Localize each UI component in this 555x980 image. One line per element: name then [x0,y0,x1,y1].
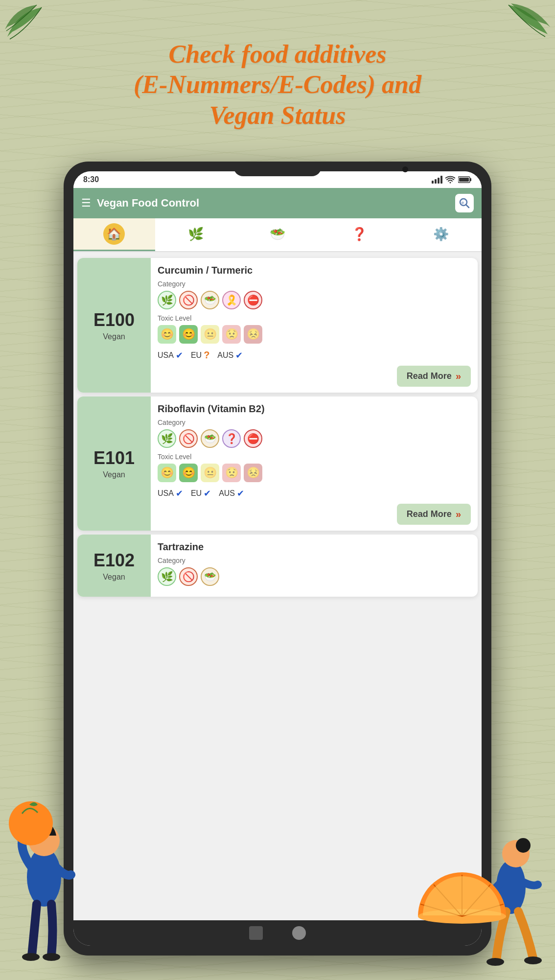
toxic-label-e101: Toxic Level [158,453,471,461]
tab-home[interactable]: 🏠 [73,218,155,251]
tab-vegan[interactable]: 🌿 [155,218,237,251]
svg-rect-6 [459,178,469,182]
back-button[interactable] [249,926,263,940]
category-label-e100: Category [158,280,471,288]
signal-icon [432,176,442,184]
usa-check-e100: ✔ [176,350,183,361]
food-card-e100: E100 Vegan Curcumin / Turmeric Category … [77,258,478,393]
region-row-e101: USA ✔ EU ✔ AUS ✔ [158,488,471,499]
navigation-tabs: 🏠 🌿 🥗 ❓ ⚙️ [73,218,482,252]
cat-vegan-e101: 🌿 [158,429,176,448]
svg-rect-5 [470,178,471,181]
svg-rect-1 [435,179,437,184]
toxic-1-e101: 😊 [158,464,176,482]
wifi-icon [445,176,455,184]
app-header: ☰ Vegan Food Control e [73,188,482,218]
region-usa-e100: USA ✔ [158,350,183,361]
e-code-e101: E101 [93,448,135,468]
search-icon: e [459,198,470,209]
svg-line-8 [466,205,469,208]
arrows-icon-e100: » [456,371,461,382]
cat-gmo: 🚫 [179,291,198,309]
read-more-e101[interactable]: Read More » [397,504,471,525]
cat-vegan-e102: 🌿 [158,567,176,586]
tab-quiz[interactable]: ❓ [318,218,400,251]
tab-food[interactable]: 🥗 [237,218,319,251]
app-title: Vegan Food Control [97,197,449,210]
food-name-e102: Tartrazine [158,541,471,553]
main-heading: Check food additives (E-Nummers/E-Codes)… [0,39,555,131]
cat-ribbon: 🎗️ [222,291,241,309]
toxic-2-e101: 😊 [179,464,198,482]
category-label-e102: Category [158,557,471,564]
svg-point-17 [516,838,531,853]
content-area: E100 Vegan Curcumin / Turmeric Category … [73,252,482,920]
region-aus-e100: AUS ✔ [217,350,243,361]
food-card-right-e100: Curcumin / Turmeric Category 🌿 🚫 🥗 🎗️ ⛔ [151,258,478,393]
toxic-4-e101: 😟 [222,464,241,482]
cat-gmo-e102: 🚫 [179,567,198,586]
toxic-row-e100: 😊 😊 😐 😟 😣 [158,325,471,344]
arrows-icon-e101: » [456,509,461,520]
toxic-4-e100: 😟 [222,325,241,344]
svg-text:e: e [462,200,464,205]
food-card-left-e100: E100 Vegan [77,258,151,393]
phone-screen: 8:30 [73,171,482,946]
cat-food: 🥗 [201,291,219,309]
battery-icon [458,176,472,184]
e-code-e100: E100 [93,310,135,330]
category-icons-e101: 🌿 🚫 🥗 ❓ ⛔ [158,429,471,448]
food-card-right-e101: Riboflavin (Vitamin B2) Category 🌿 🚫 🥗 ❓… [151,397,478,531]
svg-rect-3 [440,176,442,184]
status-time: 8:30 [83,175,99,184]
region-aus-e101: AUS ✔ [219,488,244,499]
food-card-e101: E101 Vegan Riboflavin (Vitamin B2) Categ… [77,397,478,531]
toxic-row-e101: 😊 😊 😐 😟 😣 [158,464,471,482]
home-button[interactable] [292,926,306,940]
toxic-3-e101: 😐 [201,464,219,482]
region-usa-e101: USA ✔ [158,488,183,499]
svg-rect-2 [438,178,439,184]
cat-food-e101: 🥗 [201,429,219,448]
eu-check-e101: ✔ [204,488,211,499]
phone-mockup: 8:30 [64,162,491,956]
food-card-left-e102: E102 Vegan [77,535,151,597]
search-button[interactable]: e [455,194,474,212]
svg-point-10 [27,848,61,907]
category-icons-e100: 🌿 🚫 🥗 🎗️ ⛔ [158,291,471,309]
aus-check-e101: ✔ [237,488,244,499]
toxic-5-e100: 😣 [244,325,262,344]
svg-point-19 [524,957,542,964]
usa-check-e101: ✔ [176,488,183,499]
toxic-1-e100: 😊 [158,325,176,344]
toxic-3-e100: 😐 [201,325,219,344]
food-name-e101: Riboflavin (Vitamin B2) [158,403,471,415]
cat-gmo-e101: 🚫 [179,429,198,448]
cat-no: ⛔ [244,291,262,309]
svg-rect-0 [432,181,434,184]
eu-question-e100: ? [204,350,209,361]
region-eu-e100: EU ? [191,350,209,361]
cat-vegan: 🌿 [158,291,176,309]
read-more-e100[interactable]: Read More » [397,366,471,387]
toxic-label-e100: Toxic Level [158,314,471,322]
vegan-status-e101: Vegan [103,470,125,479]
orange-decoration [413,867,511,965]
tab-settings[interactable]: ⚙️ [400,218,482,251]
menu-button[interactable]: ☰ [81,197,91,210]
food-name-e100: Curcumin / Turmeric [158,265,471,276]
cat-food-e102: 🥗 [201,567,219,586]
region-eu-e101: EU ✔ [191,488,211,499]
food-card-left-e101: E101 Vegan [77,397,151,531]
e-code-e102: E102 [93,550,135,571]
svg-point-13 [43,953,60,961]
svg-point-12 [22,953,40,961]
food-card-right-e102: Tartrazine Category 🌿 🚫 🥗 [151,535,478,597]
figure-left [2,799,100,965]
vegan-status-e102: Vegan [103,573,125,582]
status-icons [432,176,472,184]
region-row-e100: USA ✔ EU ? AUS ✔ [158,350,471,361]
vegan-status-e100: Vegan [103,332,125,341]
cat-no-e101: ⛔ [244,429,262,448]
aus-check-e100: ✔ [235,350,243,361]
